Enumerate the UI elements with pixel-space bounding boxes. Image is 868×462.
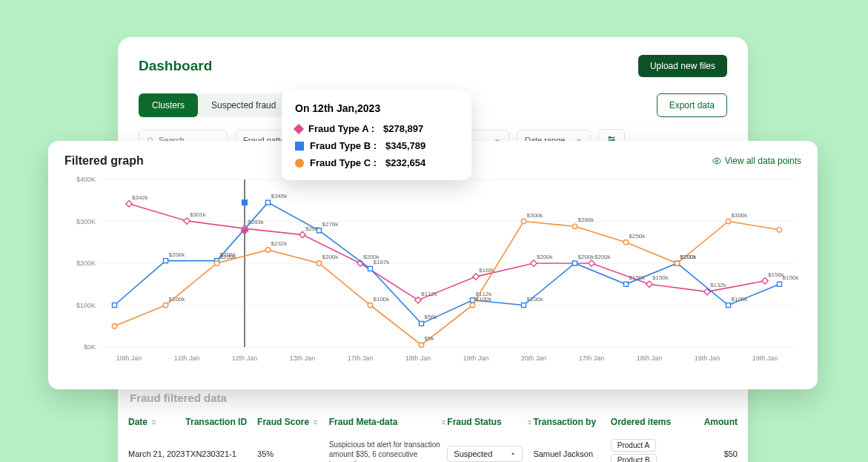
svg-rect-44 bbox=[473, 274, 479, 280]
svg-text:$0K: $0K bbox=[84, 343, 96, 351]
view-all-link[interactable]: View all data points bbox=[712, 156, 801, 166]
tooltip-value-c: $232,654 bbox=[385, 157, 425, 168]
col-header-meta-label: Fraud Meta-data bbox=[329, 417, 398, 427]
svg-text:12th Jan: 12th Jan bbox=[232, 354, 258, 362]
svg-text:19th Jan: 19th Jan bbox=[695, 354, 720, 362]
col-header-by[interactable]: Transaction by bbox=[533, 417, 610, 427]
svg-text:13th Jan: 13th Jan bbox=[290, 354, 316, 362]
svg-point-90 bbox=[317, 261, 321, 265]
cell-by: Samuel Jackson bbox=[533, 449, 610, 458]
status-select[interactable]: Suspected bbox=[447, 446, 523, 462]
cell-score: 35% bbox=[257, 449, 329, 458]
cell-amount: $50 bbox=[693, 449, 738, 458]
section-title: Fraud filtered data bbox=[130, 392, 227, 404]
svg-text:$300k: $300k bbox=[732, 212, 749, 219]
svg-point-96 bbox=[470, 303, 474, 307]
svg-text:$300k: $300k bbox=[527, 212, 544, 219]
tooltip-value-a: $278,897 bbox=[383, 123, 423, 134]
svg-text:18th Jan: 18th Jan bbox=[405, 354, 431, 362]
svg-text:18th Jan: 18th Jan bbox=[637, 354, 663, 362]
svg-point-100 bbox=[572, 224, 577, 228]
svg-text:$100k: $100k bbox=[169, 296, 186, 303]
svg-text:$206k: $206k bbox=[169, 251, 186, 258]
svg-text:19th Jan: 19th Jan bbox=[463, 354, 489, 362]
tab-suspected-fraud[interactable]: Suspected fraud bbox=[198, 93, 289, 117]
svg-point-88 bbox=[265, 248, 270, 252]
svg-rect-67 bbox=[420, 321, 424, 326]
col-header-date[interactable]: Date bbox=[128, 417, 185, 427]
svg-rect-32 bbox=[126, 201, 132, 207]
item-chip: Product B bbox=[611, 454, 657, 462]
col-header-amount[interactable]: Amount bbox=[693, 417, 738, 427]
svg-rect-73 bbox=[573, 261, 577, 265]
status-value: Suspected bbox=[454, 449, 492, 458]
svg-text:$301k: $301k bbox=[190, 211, 207, 218]
item-chip: Product A bbox=[611, 439, 656, 452]
svg-text:$250k: $250k bbox=[629, 233, 646, 240]
line-chart: $0K$100K$200K$300K$400K10th Jan11th Jan1… bbox=[64, 174, 801, 366]
svg-text:$150k: $150k bbox=[652, 274, 669, 281]
svg-point-92 bbox=[368, 303, 372, 307]
diamond-icon bbox=[294, 123, 304, 133]
col-header-meta[interactable]: Fraud Meta-data bbox=[329, 417, 448, 427]
square-icon bbox=[295, 142, 304, 151]
svg-point-8 bbox=[715, 160, 718, 162]
svg-marker-111 bbox=[511, 453, 514, 455]
svg-rect-50 bbox=[646, 281, 652, 287]
col-header-status[interactable]: Fraud Status bbox=[447, 417, 533, 427]
svg-text:$400K: $400K bbox=[76, 176, 96, 183]
svg-text:$150k: $150k bbox=[783, 274, 800, 281]
svg-rect-42 bbox=[415, 297, 421, 303]
tooltip-title: On 12th Jan,2023 bbox=[295, 102, 458, 114]
svg-rect-71 bbox=[522, 303, 526, 308]
col-header-items[interactable]: Ordered items bbox=[611, 417, 693, 427]
tooltip-label-a: Fraud Type A : bbox=[308, 123, 374, 134]
cell-items: Product A Product B bbox=[611, 439, 693, 462]
svg-text:20th Jan: 20th Jan bbox=[521, 354, 547, 362]
svg-point-108 bbox=[777, 228, 781, 232]
svg-text:$200k: $200k bbox=[594, 254, 612, 260]
svg-rect-81 bbox=[778, 282, 782, 286]
svg-text:10th Jan: 10th Jan bbox=[116, 354, 142, 362]
cell-txid: TXN230321-1 bbox=[185, 449, 257, 458]
svg-text:$100k: $100k bbox=[732, 296, 749, 303]
circle-icon bbox=[295, 159, 304, 168]
svg-rect-65 bbox=[368, 266, 373, 271]
svg-point-102 bbox=[623, 240, 628, 245]
export-button[interactable]: Export data bbox=[657, 93, 727, 117]
svg-rect-34 bbox=[184, 218, 190, 224]
table-header: Date Transaction ID Fraud Score Fraud Me… bbox=[128, 412, 738, 432]
svg-rect-56 bbox=[113, 303, 117, 308]
svg-point-104 bbox=[675, 261, 679, 265]
svg-text:$288k: $288k bbox=[578, 217, 595, 223]
sort-icon bbox=[150, 419, 157, 426]
svg-text:$100k: $100k bbox=[476, 296, 493, 303]
svg-point-83 bbox=[112, 324, 116, 329]
svg-text:$200K: $200K bbox=[76, 260, 96, 267]
svg-point-84 bbox=[163, 303, 168, 307]
col-header-score[interactable]: Fraud Score bbox=[257, 417, 329, 427]
svg-point-5 bbox=[609, 136, 611, 138]
tooltip-label-c: Fraud Type C : bbox=[310, 157, 377, 168]
svg-text:$200k: $200k bbox=[220, 254, 237, 260]
col-header-status-label: Fraud Status bbox=[447, 417, 501, 427]
tooltip-row-c: Fraud Type C : $232,654 bbox=[295, 157, 458, 168]
svg-rect-54 bbox=[762, 277, 768, 283]
tooltip-row-a: Fraud Type A : $278,897 bbox=[295, 123, 458, 134]
upload-button[interactable]: Upload new files bbox=[638, 55, 727, 77]
svg-text:$56k: $56k bbox=[425, 314, 438, 320]
dashboard-header: Dashboard Upload new files bbox=[139, 55, 727, 77]
graph-title: Filtered graph bbox=[64, 154, 144, 168]
svg-rect-110 bbox=[242, 199, 248, 205]
svg-text:11th Jan: 11th Jan bbox=[174, 354, 200, 362]
tab-clusters[interactable]: Clusters bbox=[139, 93, 198, 117]
svg-rect-63 bbox=[317, 228, 322, 233]
svg-text:$187k: $187k bbox=[374, 259, 391, 265]
cell-meta: Suspicious txt alert for transaction amo… bbox=[329, 440, 448, 463]
caret-down-icon bbox=[510, 451, 516, 457]
svg-rect-46 bbox=[531, 260, 537, 266]
col-header-txid[interactable]: Transaction ID bbox=[185, 417, 257, 427]
svg-point-94 bbox=[419, 343, 423, 347]
eye-icon bbox=[712, 156, 721, 165]
sort-icon bbox=[440, 419, 447, 426]
